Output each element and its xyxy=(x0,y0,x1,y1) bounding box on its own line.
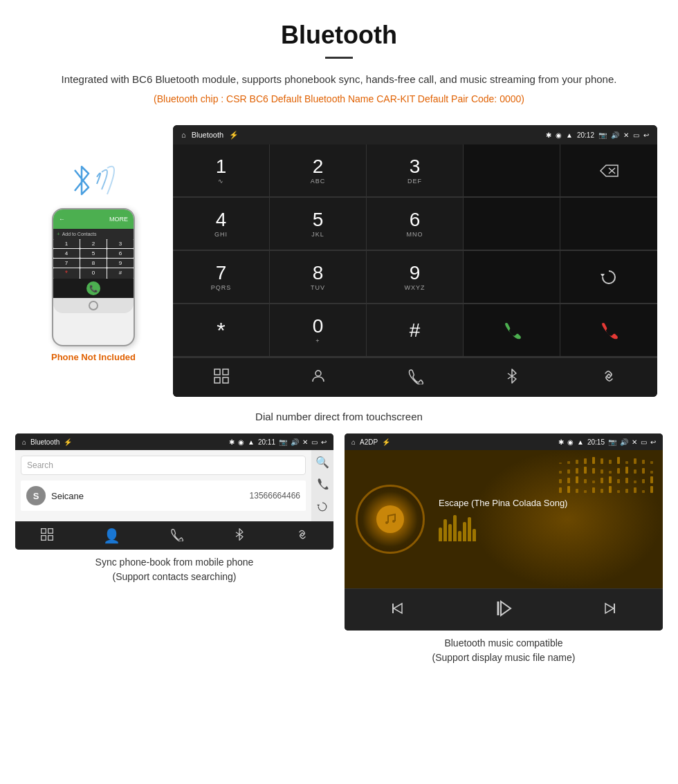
phonebook-content-area: Search S Seicane 13566664466 xyxy=(15,450,311,521)
pb-back-icon[interactable]: ↩ xyxy=(321,438,327,446)
next-track-icon[interactable] xyxy=(602,600,619,619)
dialpad-bottom-bar xyxy=(173,357,657,397)
key-empty-4 xyxy=(464,251,560,304)
phonebook-main-area: Search S Seicane 13566664466 xyxy=(15,450,333,521)
pb-home-icon[interactable]: ⌂ xyxy=(22,438,26,446)
call-right-icon[interactable] xyxy=(316,477,329,492)
eq-bar xyxy=(473,529,476,541)
key-empty-3 xyxy=(560,198,657,250)
refresh-right-icon[interactable] xyxy=(316,501,329,516)
status-bar-left: ⌂ Bluetooth ⚡ xyxy=(181,131,239,140)
key-hash[interactable]: # xyxy=(367,304,464,357)
dialpad-row-2: 4GHI 5JKL 6MNO xyxy=(173,198,657,251)
key-end-call[interactable] xyxy=(560,304,657,357)
phone-home-button xyxy=(89,301,98,310)
phonebook-bottom-bar: 👤 xyxy=(15,521,333,550)
contact-name: Seicane xyxy=(51,491,244,501)
key-3[interactable]: 3DEF xyxy=(367,144,464,197)
key-9[interactable]: 9WXYZ xyxy=(367,251,464,304)
phone-key-1: 1 xyxy=(53,239,80,248)
prev-track-icon[interactable] xyxy=(389,600,405,619)
location-icon: ◉ xyxy=(556,131,562,139)
key-4[interactable]: 4GHI xyxy=(173,198,270,250)
play-pause-icon[interactable] xyxy=(494,599,513,621)
svg-rect-10 xyxy=(48,529,53,534)
key-backspace[interactable] xyxy=(560,144,657,197)
phone-key-4: 4 xyxy=(53,249,80,258)
key-2[interactable]: 2ABC xyxy=(270,144,367,197)
time-display: 20:12 xyxy=(577,131,594,139)
pb-bt-bottom-icon[interactable] xyxy=(232,528,246,544)
svg-point-13 xyxy=(385,521,388,524)
status-bar-right: ✱ ◉ ▲ 20:12 📷 🔊 ✕ ▭ ↩ xyxy=(546,131,649,139)
svg-marker-19 xyxy=(501,601,511,615)
eq-bar xyxy=(463,522,466,541)
search-right-icon[interactable]: 🔍 xyxy=(315,456,329,469)
music-rect-icon: ▭ xyxy=(641,438,647,446)
pb-link-icon-svg xyxy=(295,528,309,541)
music-usb-icon: ⚡ xyxy=(382,438,390,446)
key-zero[interactable]: 0+ xyxy=(270,304,367,357)
key-5[interactable]: 5JKL xyxy=(270,198,367,250)
dot-grid: // Will be generated by JS below xyxy=(559,457,656,493)
eq-bar xyxy=(468,517,471,541)
phone-container: ← MORE + Add to Contacts 1 2 3 4 5 6 7 xyxy=(21,160,166,362)
pb-person-icon[interactable]: 👤 xyxy=(103,528,120,544)
music-back-icon[interactable]: ↩ xyxy=(650,438,656,446)
music-home-icon[interactable]: ⌂ xyxy=(351,438,356,446)
phonebook-screenshot: ⌂ Bluetooth ⚡ ✱ ◉ ▲ 20:11 📷 🔊 ✕ ▭ ↩ xyxy=(15,433,333,550)
phone-bottom xyxy=(53,298,134,313)
music-controls-bar xyxy=(345,588,663,631)
link-icon[interactable] xyxy=(601,368,617,387)
app-name-label: Bluetooth xyxy=(192,131,223,139)
home-icon[interactable]: ⌂ xyxy=(181,131,186,139)
contact-row[interactable]: S Seicane 13566664466 xyxy=(21,480,306,511)
usb-icon: ⚡ xyxy=(229,131,239,140)
pb-phone-icon-svg xyxy=(170,528,183,541)
pb-grid-icon[interactable] xyxy=(40,528,54,544)
eq-bar xyxy=(458,531,461,541)
key-8[interactable]: 8TUV xyxy=(270,251,367,304)
svg-marker-17 xyxy=(394,604,402,613)
phone-add-contact-bar: + Add to Contacts xyxy=(53,229,134,239)
phone-carrier: ← xyxy=(59,216,65,223)
music-vol-icon: 🔊 xyxy=(620,438,628,446)
music-status-right: ✱ ◉ ▲ 20:15 📷 🔊 ✕ ▭ ↩ xyxy=(558,438,656,446)
phone-mockup: ← MORE + Add to Contacts 1 2 3 4 5 6 7 xyxy=(52,208,135,346)
key-call-green[interactable] xyxy=(464,304,560,357)
pb-app-name: Bluetooth xyxy=(30,438,59,446)
call-right-icon-svg xyxy=(316,477,329,489)
key-1[interactable]: 1∿ xyxy=(173,144,270,197)
eq-bar xyxy=(453,515,457,541)
phone-key-5: 5 xyxy=(80,249,107,258)
phone-icon[interactable] xyxy=(407,368,423,387)
key-star[interactable]: * xyxy=(173,304,270,357)
play-pause-icon-svg xyxy=(494,599,513,618)
skip-next-icon xyxy=(602,600,619,617)
song-title: Escape (The Pina Colada Song) xyxy=(439,498,567,508)
key-7[interactable]: 7PQRS xyxy=(173,251,270,304)
key-empty-2 xyxy=(464,198,560,250)
volume-icon: 🔊 xyxy=(611,131,619,139)
svg-point-7 xyxy=(315,371,321,376)
search-input[interactable]: Search xyxy=(21,456,306,475)
top-section: ← MORE + Add to Contacts 1 2 3 4 5 6 7 xyxy=(21,125,657,397)
svg-marker-2 xyxy=(601,274,605,277)
bluetooth-bottom-icon[interactable] xyxy=(504,368,520,387)
svg-rect-9 xyxy=(41,529,46,534)
rect-icon: ▭ xyxy=(633,131,639,139)
contacts-icon[interactable] xyxy=(310,368,327,387)
music-app-name: A2DP xyxy=(360,438,378,446)
svg-rect-3 xyxy=(214,369,220,375)
pb-phone-icon[interactable] xyxy=(170,528,183,544)
pb-link-bottom-icon[interactable] xyxy=(295,528,309,544)
grid-icon[interactable] xyxy=(213,368,230,387)
phone-key-3: 3 xyxy=(107,239,134,248)
back-icon[interactable]: ↩ xyxy=(643,131,649,139)
dialpad-row-3: 7PQRS 8TUV 9WXYZ xyxy=(173,251,657,304)
signal-icon: ▲ xyxy=(566,131,573,139)
dialpad-status-bar: ⌂ Bluetooth ⚡ ✱ ◉ ▲ 20:12 📷 🔊 ✕ ▭ ↩ xyxy=(173,125,657,144)
title-divider xyxy=(325,57,353,59)
key-6[interactable]: 6MNO xyxy=(367,198,464,250)
key-refresh[interactable] xyxy=(560,251,657,304)
